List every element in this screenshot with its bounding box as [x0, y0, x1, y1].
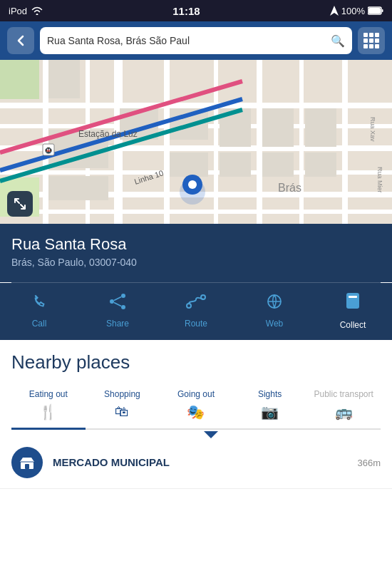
expand-map-button[interactable]: [7, 191, 33, 217]
svg-rect-54: [349, 296, 357, 298]
tab-public-transport[interactable]: Public transport 🚌: [306, 385, 381, 430]
share-label: Share: [106, 319, 129, 329]
svg-rect-30: [0, 60, 39, 99]
category-tabs: Eating out 🍴 Shopping 🛍 Going out 🎭 Sigh…: [11, 385, 381, 430]
route-action[interactable]: Route: [157, 293, 235, 329]
collect-icon: [344, 292, 361, 316]
search-bar: 🔍: [0, 21, 392, 60]
result-info: MERCADO MUNICIPAL: [53, 456, 357, 469]
status-left: iPod: [9, 6, 43, 16]
location-info: Rua Santa Rosa Brás, São Paulo, 03007-04…: [0, 224, 392, 282]
sights-label: Sights: [258, 389, 282, 399]
svg-rect-22: [262, 108, 294, 147]
svg-rect-28: [48, 60, 80, 98]
table-row[interactable]: MERCADO MUNICIPAL 366m: [0, 437, 392, 489]
result-distance: 366m: [357, 458, 381, 468]
going-out-icon: 🎭: [187, 403, 205, 421]
svg-rect-27: [305, 153, 336, 177]
location-address: Brás, São Paulo, 03007-040: [11, 257, 381, 268]
status-time: 11:18: [172, 5, 200, 17]
svg-rect-26: [262, 153, 294, 177]
call-action[interactable]: Call: [0, 293, 78, 329]
results-list: MERCADO MUNICIPAL 366m: [0, 437, 392, 489]
svg-point-44: [188, 180, 197, 189]
sights-icon: 📷: [261, 403, 279, 421]
back-button[interactable]: [7, 27, 34, 54]
svg-rect-29: [305, 108, 336, 147]
shopping-icon: 🛍: [115, 403, 129, 420]
result-icon: [11, 447, 43, 478]
call-label: Call: [32, 319, 47, 329]
route-icon: [186, 293, 206, 314]
svg-rect-12: [114, 60, 123, 224]
tab-indicator: [11, 430, 381, 437]
svg-text:Rua Xav: Rua Xav: [369, 117, 376, 142]
search-input[interactable]: [47, 35, 331, 46]
share-icon: [108, 293, 127, 314]
search-input-wrap[interactable]: 🔍: [40, 27, 352, 54]
svg-point-45: [121, 294, 125, 298]
svg-rect-13: [164, 60, 170, 224]
eating-out-icon: 🍴: [39, 403, 57, 421]
svg-rect-25: [220, 153, 251, 177]
grid-button[interactable]: [358, 27, 385, 54]
svg-rect-9: [0, 210, 392, 214]
svg-rect-23: [48, 176, 108, 200]
nearby-title: Nearby places: [11, 351, 381, 373]
svg-rect-24: [170, 153, 208, 177]
svg-point-46: [110, 299, 114, 304]
share-action[interactable]: Share: [78, 293, 157, 329]
collect-label: Collect: [340, 320, 366, 330]
public-transport-icon: 🚌: [335, 403, 353, 421]
public-transport-label: Public transport: [314, 389, 373, 399]
location-icon: [330, 6, 339, 16]
back-chevron-icon: [14, 34, 27, 47]
svg-rect-15: [257, 60, 262, 224]
result-name: MERCADO MUNICIPAL: [53, 456, 170, 468]
wifi-icon: [31, 6, 43, 15]
svg-line-48: [114, 297, 121, 301]
tab-going-out[interactable]: Going out 🎭: [159, 385, 233, 430]
battery-label: 100%: [341, 6, 365, 16]
market-icon: [19, 455, 35, 470]
action-bar: Call Share Route: [0, 283, 392, 340]
expand-icon: [13, 197, 27, 211]
svg-rect-4: [0, 103, 392, 108]
status-right: 100%: [330, 6, 383, 16]
svg-text:Rua Mier: Rua Mier: [376, 167, 383, 193]
search-icon: 🔍: [331, 34, 345, 48]
device-label: iPod: [9, 6, 27, 16]
tab-shopping[interactable]: Shopping 🛍: [86, 385, 160, 430]
web-label: Web: [266, 319, 283, 329]
svg-rect-1: [368, 8, 381, 14]
map-canvas: 🚇 Estação da Luz Linha 10 Brás Rua Mier …: [0, 60, 392, 224]
web-action[interactable]: Web: [235, 293, 314, 329]
status-bar: iPod 11:18 100%: [0, 0, 392, 21]
map-area[interactable]: 🚇 Estação da Luz Linha 10 Brás Rua Mier …: [0, 60, 392, 224]
svg-rect-16: [299, 60, 304, 224]
eating-out-label: Eating out: [29, 389, 68, 399]
shopping-label: Shopping: [104, 389, 140, 399]
tab-sights[interactable]: Sights 📷: [233, 385, 307, 430]
svg-line-49: [114, 303, 121, 306]
svg-rect-2: [382, 9, 383, 12]
svg-rect-56: [25, 464, 29, 469]
going-out-label: Going out: [177, 389, 215, 399]
svg-text:Estação da Luz: Estação da Luz: [78, 129, 138, 139]
tab-eating-out[interactable]: Eating out 🍴: [11, 385, 86, 430]
web-icon: [266, 293, 283, 314]
grid-icon: [363, 33, 379, 48]
svg-text:Brás: Brás: [278, 182, 301, 194]
battery-icon: [368, 6, 383, 15]
route-label: Route: [185, 319, 207, 329]
svg-rect-14: [214, 60, 218, 224]
call-icon: [31, 293, 48, 314]
svg-text:🚇: 🚇: [45, 147, 52, 154]
nearby-section: Nearby places Eating out 🍴 Shopping 🛍 Go…: [0, 340, 392, 437]
svg-point-47: [121, 305, 125, 309]
svg-rect-17: [342, 60, 348, 224]
location-name: Rua Santa Rosa: [11, 235, 381, 254]
collect-action[interactable]: Collect: [314, 292, 392, 330]
